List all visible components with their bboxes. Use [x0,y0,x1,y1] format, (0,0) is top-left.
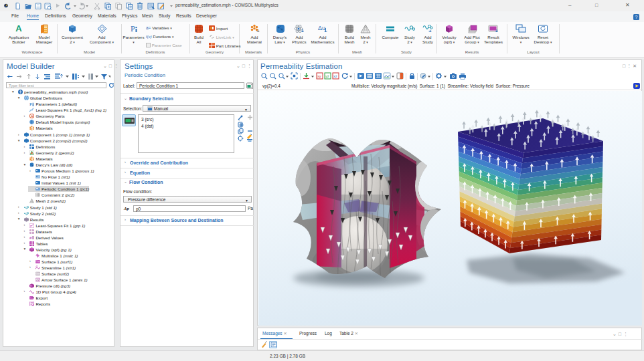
svg-text:xy: xy [317,74,321,78]
svg-text:P: P [29,102,32,106]
svg-text:xz: xz [333,74,337,78]
svg-text:P: P [131,24,135,33]
svg-text:Δu: Δu [318,25,325,31]
svg-text:#: # [29,236,32,240]
svg-text:A: A [31,114,33,118]
svg-text:yz: yz [325,74,329,78]
